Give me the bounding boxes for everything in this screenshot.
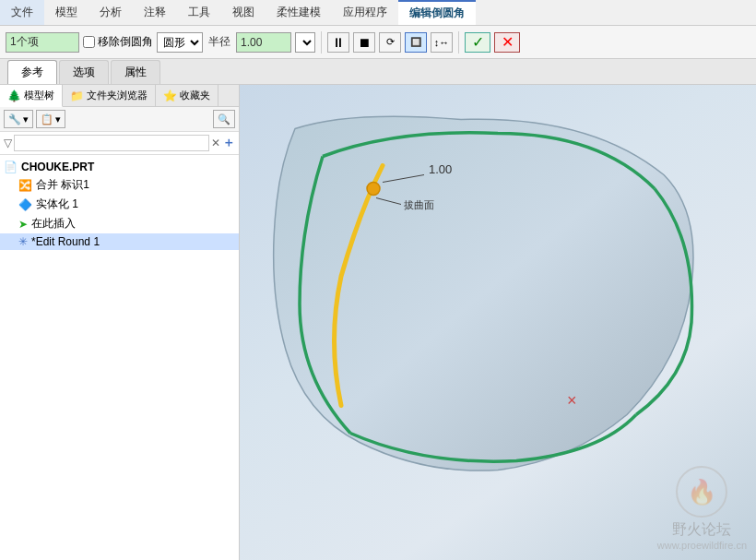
tab-refs[interactable]: 参考 <box>7 60 57 84</box>
panel-tab-file-browser[interactable]: 📁 文件夹浏览器 <box>63 85 156 106</box>
filter-add-btn[interactable]: ＋ <box>222 135 235 151</box>
show-dims-btn[interactable]: ↕↔ <box>431 32 453 53</box>
menu-tools[interactable]: 工具 <box>177 0 221 25</box>
filter-bar: ▽ ✕ ＋ <box>0 132 239 155</box>
panel-tab-favorites-label: 收藏夹 <box>180 89 210 102</box>
radius-input[interactable] <box>236 32 291 53</box>
svg-text:1.00: 1.00 <box>429 162 452 176</box>
merge-icon: 🔀 <box>18 179 32 192</box>
panel-tab-model-tree-label: 模型树 <box>24 89 54 102</box>
solidify-icon: 🔷 <box>18 198 32 211</box>
tree-item-edit-round[interactable]: ✳ *Edit Round 1 <box>0 233 239 250</box>
remove-round-label: 移除倒圆角 <box>98 34 153 50</box>
tab-options[interactable]: 选项 <box>59 60 109 84</box>
edit-round-icon: ✳ <box>18 235 28 248</box>
radius-unit-select[interactable]: ▾ <box>295 32 315 53</box>
watermark-text1: 野火论坛 <box>672 520 731 540</box>
model-tree-icon: 🌲 <box>7 89 21 102</box>
filter-clear-btn[interactable]: ✕ <box>211 137 220 149</box>
filter-input[interactable] <box>14 135 209 151</box>
hammer-icon: 🔧 <box>8 113 21 125</box>
menu-flex-model[interactable]: 柔性建模 <box>266 0 332 25</box>
panel-tab-file-browser-label: 文件夹浏览器 <box>87 89 148 102</box>
favorites-icon: ⭐ <box>163 89 177 102</box>
menu-edit-round[interactable]: 编辑倒圆角 <box>398 0 476 25</box>
stop-btn[interactable]: ⏹ <box>353 32 375 53</box>
menu-bar: 文件 模型 分析 注释 工具 视图 柔性建模 应用程序 编辑倒圆角 <box>0 0 756 26</box>
tree-toolbar: 🔧 ▾ 📋 ▾ 🔍 <box>0 107 239 132</box>
tree-content: 📄 CHOUKE.PRT 🔀 合并 标识1 🔷 实体化 1 ➤ 在此插入 ✳ *… <box>0 155 239 560</box>
divider1 <box>321 31 322 54</box>
radius-label: 半径 <box>208 34 230 50</box>
viewport[interactable]: 1.00 拔曲面 × 🔥 野火论坛 www.proewildfire.cn <box>240 85 756 560</box>
tree-columns-dropdown-icon: ▾ <box>55 113 61 125</box>
tree-settings-btn[interactable]: 🔧 ▾ <box>4 110 33 128</box>
filter-icon: ▽ <box>4 137 12 149</box>
menu-model[interactable]: 模型 <box>44 0 89 25</box>
tree-item-insert-here-label: 在此插入 <box>31 216 76 232</box>
insert-here-icon: ➤ <box>18 218 28 231</box>
watermark-logo: 🔥 <box>687 478 716 506</box>
preview-btn[interactable]: ⟳ <box>379 32 401 53</box>
preview-icon: 🔍 <box>218 113 230 125</box>
menu-view[interactable]: 视图 <box>221 0 266 25</box>
menu-annotation[interactable]: 注释 <box>133 0 177 25</box>
feature-btn[interactable]: 🔲 <box>405 32 427 53</box>
root-icon: 📄 <box>4 161 18 173</box>
confirm-btn[interactable]: ✓ <box>465 32 490 53</box>
tree-item-root[interactable]: 📄 CHOUKE.PRT <box>0 159 239 175</box>
tree-item-solidify-label: 实体化 1 <box>36 197 78 212</box>
columns-icon: 📋 <box>41 113 53 125</box>
tree-item-merge[interactable]: 🔀 合并 标识1 <box>0 175 239 195</box>
cancel-btn[interactable]: ✕ <box>494 32 520 53</box>
count-input[interactable] <box>6 32 79 53</box>
tree-preview-btn[interactable]: 🔍 <box>213 110 235 128</box>
panel-tab-model-tree[interactable]: 🌲 模型树 <box>0 85 63 107</box>
watermark-text2: www.proewildfire.cn <box>657 540 747 551</box>
file-browser-icon: 📁 <box>70 89 84 102</box>
watermark: 🔥 野火论坛 www.proewildfire.cn <box>657 466 747 551</box>
left-panel: 🌲 模型树 📁 文件夹浏览器 ⭐ 收藏夹 🔧 ▾ 📋 ▾ � <box>0 85 240 560</box>
svg-text:×: × <box>567 391 577 410</box>
main-toolbar: 移除倒圆角 圆形 半径 ▾ ⏸ ⏹ ⟳ 🔲 ↕↔ ✓ ✕ <box>0 26 756 59</box>
svg-point-0 <box>367 183 380 196</box>
menu-file[interactable]: 文件 <box>0 0 44 25</box>
panel-tab-favorites[interactable]: ⭐ 收藏夹 <box>156 85 219 106</box>
pause-btn[interactable]: ⏸ <box>327 32 349 53</box>
tree-item-merge-label: 合并 标识1 <box>36 177 89 193</box>
main-layout: 🌲 模型树 📁 文件夹浏览器 ⭐ 收藏夹 🔧 ▾ 📋 ▾ � <box>0 85 756 560</box>
tree-item-solidify[interactable]: 🔷 实体化 1 <box>0 195 239 214</box>
tree-item-edit-round-label: *Edit Round 1 <box>31 235 100 248</box>
tree-item-root-label: CHOUKE.PRT <box>21 161 94 173</box>
divider2 <box>458 31 459 54</box>
svg-text:拔曲面: 拔曲面 <box>404 199 434 210</box>
sub-toolbar: 参考 选项 属性 <box>0 59 756 85</box>
remove-round-checkbox[interactable]: 移除倒圆角 <box>83 34 153 50</box>
tab-props[interactable]: 属性 <box>111 60 160 84</box>
panel-tabs: 🌲 模型树 📁 文件夹浏览器 ⭐ 收藏夹 <box>0 85 239 107</box>
shape-select[interactable]: 圆形 <box>157 32 203 53</box>
tree-item-insert-here[interactable]: ➤ 在此插入 <box>0 214 239 233</box>
tree-settings-dropdown-icon: ▾ <box>23 113 29 125</box>
menu-analysis[interactable]: 分析 <box>89 0 133 25</box>
tree-columns-btn[interactable]: 📋 ▾ <box>36 110 65 128</box>
menu-app[interactable]: 应用程序 <box>332 0 398 25</box>
